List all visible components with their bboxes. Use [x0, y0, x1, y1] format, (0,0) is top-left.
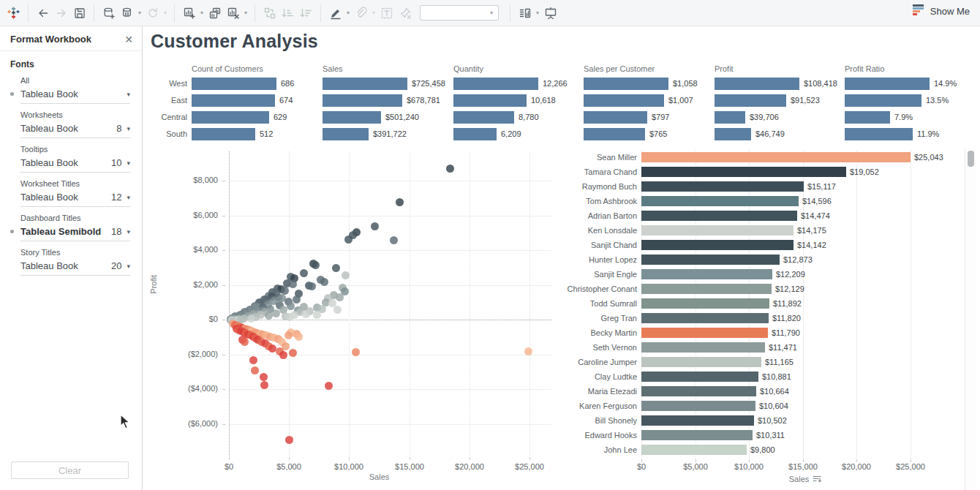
bar-mark[interactable] — [453, 94, 527, 107]
bar-mark[interactable] — [641, 167, 846, 177]
highlight-icon[interactable] — [326, 4, 344, 23]
customer-label[interactable]: Adrian Barton — [557, 208, 637, 223]
scatter-point[interactable] — [284, 331, 293, 339]
scatter-point[interactable] — [333, 306, 342, 314]
region-label[interactable]: South — [143, 128, 187, 140]
bar-mark[interactable] — [453, 78, 538, 90]
bar-mark[interactable] — [715, 78, 799, 90]
bar-mark[interactable] — [641, 342, 765, 353]
bar-mark[interactable] — [453, 128, 497, 140]
fix-axes-icon[interactable] — [396, 4, 414, 23]
customer-label[interactable]: Seth Vernon — [557, 340, 637, 355]
bar-mark[interactable] — [641, 328, 768, 338]
scatter-point[interactable] — [325, 382, 333, 390]
customer-label[interactable]: Tom Ashbrook — [557, 194, 637, 208]
font-dropdown[interactable]: Tableau Book20▾ — [20, 257, 130, 276]
bar-mark[interactable] — [453, 111, 514, 124]
customer-label[interactable]: Sean Miller — [557, 150, 637, 165]
bar-mark[interactable] — [192, 111, 269, 124]
customer-label[interactable]: Karen Ferguson — [557, 399, 637, 413]
scatter-point[interactable] — [313, 311, 321, 319]
bar-mark[interactable] — [641, 445, 747, 455]
pause-auto-updates-icon[interactable] — [118, 4, 136, 23]
sort-ascending-icon[interactable] — [279, 4, 297, 23]
scatter-point[interactable] — [390, 236, 398, 244]
fit-selector[interactable]: ▾ — [420, 5, 499, 20]
bar-mark[interactable] — [715, 94, 786, 107]
region-label[interactable]: East — [143, 94, 187, 107]
scatter-point[interactable] — [272, 309, 280, 317]
group-members-icon[interactable] — [352, 4, 370, 23]
chevron-down-icon[interactable]: ▾ — [534, 10, 541, 16]
scatter-point[interactable] — [249, 356, 257, 364]
swap-rows-columns-icon[interactable] — [260, 4, 279, 23]
bar-mark[interactable] — [641, 196, 799, 206]
scatter-point[interactable] — [247, 314, 255, 323]
customer-label[interactable]: Becky Martin — [557, 325, 637, 340]
bar-mark[interactable] — [641, 298, 769, 309]
bar-mark[interactable] — [845, 128, 913, 140]
bar-mark[interactable] — [641, 255, 780, 265]
chevron-down-icon[interactable]: ▾ — [344, 10, 352, 16]
bar-mark[interactable] — [641, 181, 804, 192]
vertical-scrollbar[interactable] — [965, 148, 976, 490]
customer-label[interactable]: Ken Lonsdale — [557, 223, 637, 238]
clear-button[interactable]: Clear — [11, 461, 129, 479]
bar-mark[interactable] — [323, 128, 369, 140]
bar-mark[interactable] — [845, 78, 930, 90]
bar-mark[interactable] — [715, 111, 745, 124]
bar-mark[interactable] — [584, 128, 645, 140]
scatter-point[interactable] — [285, 436, 293, 444]
presentation-mode-icon[interactable] — [541, 4, 559, 23]
scatter-point[interactable] — [241, 338, 249, 346]
scatter-point[interactable] — [251, 366, 259, 374]
bar-mark[interactable] — [641, 284, 772, 294]
sort-descending-icon[interactable] — [813, 472, 821, 486]
show-me-button[interactable]: Show Me — [913, 4, 970, 18]
font-dropdown[interactable]: Tableau Book12▾ — [20, 188, 130, 207]
scatter-point[interactable] — [293, 295, 301, 304]
bar-mark[interactable] — [641, 313, 769, 323]
new-data-source-icon[interactable] — [99, 4, 118, 23]
bar-mark[interactable] — [845, 111, 890, 124]
scatter-point[interactable] — [371, 222, 379, 230]
customer-label[interactable]: Bill Shonely — [557, 413, 637, 428]
bar-mark[interactable] — [641, 401, 755, 411]
chevron-down-icon[interactable]: ▾ — [162, 10, 169, 16]
scatter-point[interactable] — [295, 333, 303, 341]
refresh-data-icon[interactable] — [143, 4, 162, 23]
scatter-point[interactable] — [396, 198, 404, 206]
font-dropdown[interactable]: Tableau Book8▾ — [20, 119, 130, 138]
bar-mark[interactable] — [641, 152, 911, 162]
scatter-point[interactable] — [308, 282, 316, 290]
close-icon[interactable]: ✕ — [124, 34, 133, 45]
bar-mark[interactable] — [584, 78, 668, 90]
bar-mark[interactable] — [641, 211, 797, 221]
scatter-point[interactable] — [302, 310, 310, 318]
bar-mark[interactable] — [323, 78, 407, 90]
chevron-down-icon[interactable]: ▾ — [242, 10, 249, 16]
bar-mark[interactable] — [192, 78, 276, 90]
redo-icon[interactable] — [52, 4, 70, 23]
scatter-point[interactable] — [344, 235, 353, 244]
chevron-down-icon[interactable]: ▾ — [198, 10, 206, 16]
bar-mark[interactable] — [192, 128, 255, 140]
bar-mark[interactable] — [641, 430, 753, 440]
scatter-point[interactable] — [336, 293, 344, 301]
scatter-point[interactable] — [352, 348, 360, 356]
bar-mark[interactable] — [641, 225, 794, 235]
scatter-point[interactable] — [260, 381, 268, 389]
undo-icon[interactable] — [34, 4, 52, 23]
bar-mark[interactable] — [584, 94, 664, 107]
save-icon[interactable] — [70, 4, 88, 23]
bar-mark[interactable] — [641, 372, 758, 382]
scrollbar-thumb[interactable] — [968, 151, 974, 167]
bar-mark[interactable] — [192, 94, 275, 107]
bar-mark[interactable] — [641, 415, 754, 426]
duplicate-sheet-icon[interactable] — [206, 4, 224, 23]
customer-label[interactable]: Clay Ludtke — [557, 369, 637, 384]
scatter-point[interactable] — [289, 280, 297, 288]
scatter-point[interactable] — [342, 271, 350, 279]
scatter-point[interactable] — [312, 261, 320, 269]
customer-label[interactable]: Sanjit Chand — [557, 238, 637, 252]
